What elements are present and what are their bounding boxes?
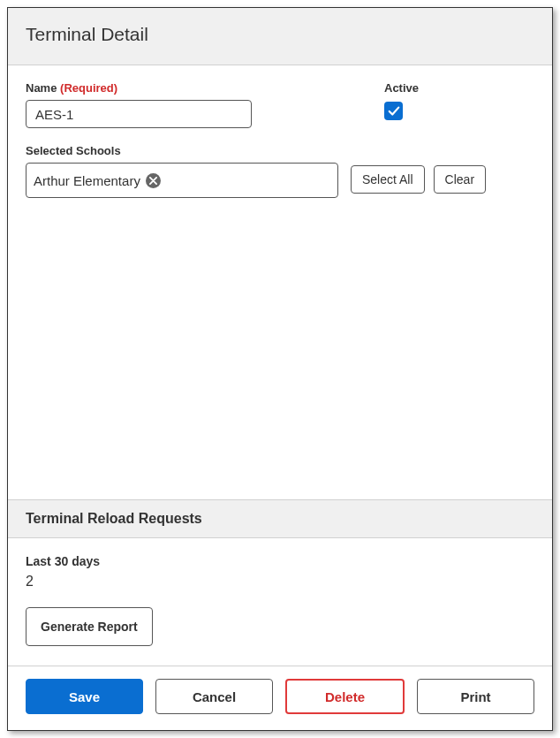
reload-section-header: Terminal Reload Requests bbox=[8, 499, 552, 538]
name-field: Name (Required) bbox=[26, 81, 252, 128]
name-label-text: Name bbox=[26, 81, 57, 95]
reload-section-body: Last 30 days 2 Generate Report bbox=[8, 538, 552, 666]
close-icon bbox=[149, 177, 157, 185]
panel-header: Terminal Detail bbox=[8, 8, 552, 65]
active-label: Active bbox=[384, 81, 419, 95]
schools-multiselect[interactable]: Arthur Elementary bbox=[26, 163, 338, 198]
name-input[interactable] bbox=[26, 100, 252, 128]
save-button[interactable]: Save bbox=[26, 679, 143, 714]
school-chip-label: Arthur Elementary bbox=[34, 173, 140, 188]
name-label: Name (Required) bbox=[26, 81, 252, 95]
school-chip: Arthur Elementary bbox=[34, 173, 161, 188]
schools-field: Selected Schools Arthur Elementary Selec… bbox=[26, 144, 534, 198]
active-field: Active bbox=[384, 81, 419, 128]
schools-buttons: Select All Clear bbox=[351, 163, 486, 194]
active-checkbox[interactable] bbox=[384, 102, 403, 120]
terminal-detail-panel: Terminal Detail Name (Required) Active bbox=[7, 7, 553, 731]
cancel-button[interactable]: Cancel bbox=[155, 679, 273, 714]
form-area: Name (Required) Active Selected Schools bbox=[8, 65, 552, 499]
print-button[interactable]: Print bbox=[417, 679, 534, 714]
reload-stat-value: 2 bbox=[26, 574, 534, 590]
reload-stat-label: Last 30 days bbox=[26, 554, 534, 568]
chip-remove-button[interactable] bbox=[146, 173, 161, 188]
required-indicator: (Required) bbox=[60, 81, 117, 95]
clear-button[interactable]: Clear bbox=[434, 165, 486, 194]
generate-report-button[interactable]: Generate Report bbox=[26, 607, 153, 646]
page-title: Terminal Detail bbox=[26, 24, 534, 45]
schools-label: Selected Schools bbox=[26, 144, 534, 157]
footer-actions: Save Cancel Delete Print bbox=[8, 666, 552, 730]
delete-button[interactable]: Delete bbox=[285, 679, 405, 714]
reload-section-title: Terminal Reload Requests bbox=[26, 511, 534, 527]
checkmark-icon bbox=[388, 105, 400, 118]
select-all-button[interactable]: Select All bbox=[351, 165, 425, 194]
